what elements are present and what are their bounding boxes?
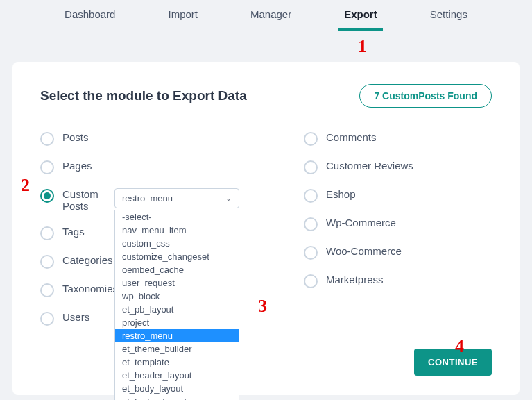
tab-manager[interactable]: Manager bbox=[245, 0, 297, 31]
radio-posts[interactable] bbox=[40, 132, 54, 146]
radio-pages-row[interactable]: Pages bbox=[40, 160, 262, 174]
radio-comments[interactable] bbox=[304, 132, 318, 146]
radio-marketpress[interactable] bbox=[304, 274, 318, 288]
radio-pages[interactable] bbox=[40, 160, 54, 174]
annotation-1: 1 bbox=[358, 36, 367, 57]
radio-custom-posts-row[interactable]: Custom Posts restro_menu ⌄ -select-nav_m… bbox=[40, 188, 262, 212]
tab-export[interactable]: Export bbox=[338, 0, 383, 31]
radio-tags[interactable] bbox=[40, 226, 54, 240]
custom-posts-select[interactable]: restro_menu ⌄ bbox=[114, 188, 239, 208]
radio-eshop-label: Eshop bbox=[326, 188, 356, 200]
radio-wp-commerce[interactable] bbox=[304, 217, 318, 231]
continue-button[interactable]: CONTINUE bbox=[414, 349, 492, 376]
dropdown-item[interactable]: et_template bbox=[115, 356, 239, 369]
radio-customer-reviews-label: Customer Reviews bbox=[326, 160, 413, 172]
module-columns: Posts Pages Custom Posts restro_menu ⌄ -… bbox=[40, 131, 492, 326]
select-value: restro_menu bbox=[122, 193, 173, 203]
radio-tags-label: Tags bbox=[62, 226, 85, 238]
page-title: Select the module to Export Data bbox=[40, 88, 247, 103]
dropdown-item[interactable]: oembed_cache bbox=[115, 263, 239, 276]
dropdown-item[interactable]: restro_menu bbox=[115, 329, 239, 342]
radio-users[interactable] bbox=[40, 312, 54, 326]
radio-posts-row[interactable]: Posts bbox=[40, 131, 262, 146]
tab-settings[interactable]: Settings bbox=[424, 0, 473, 31]
radio-taxonomies[interactable] bbox=[40, 283, 54, 297]
radio-users-label: Users bbox=[62, 311, 89, 323]
custom-posts-dropdown[interactable]: -select-nav_menu_itemcustom_csscustomize… bbox=[114, 210, 239, 400]
chevron-down-icon: ⌄ bbox=[225, 194, 232, 203]
custom-posts-l2: Posts bbox=[62, 200, 101, 212]
export-card: Select the module to Export Data 7 Custo… bbox=[12, 62, 520, 395]
dropdown-item[interactable]: wp_block bbox=[115, 290, 239, 303]
radio-wp-commerce-row[interactable]: Wp-Commerce bbox=[304, 217, 492, 231]
dropdown-item[interactable]: et_pb_layout bbox=[115, 303, 239, 316]
radio-posts-label: Posts bbox=[62, 131, 89, 143]
radio-custom-posts[interactable] bbox=[40, 189, 54, 203]
custom-posts-l1: Custom bbox=[62, 188, 101, 200]
right-column: Comments Customer Reviews Eshop Wp-Comme… bbox=[304, 131, 492, 326]
radio-customer-reviews[interactable] bbox=[304, 160, 318, 174]
dropdown-item[interactable]: custom_css bbox=[115, 237, 239, 250]
radio-categories-label: Categories bbox=[62, 254, 113, 266]
radio-woo-commerce-label: Woo-Commerce bbox=[326, 245, 402, 257]
radio-custom-posts-label: Custom Posts bbox=[62, 188, 101, 212]
radio-woo-commerce-row[interactable]: Woo-Commerce bbox=[304, 245, 492, 260]
dropdown-item[interactable]: et_body_layout bbox=[115, 382, 239, 395]
radio-eshop-row[interactable]: Eshop bbox=[304, 188, 492, 203]
radio-eshop[interactable] bbox=[304, 189, 318, 203]
radio-comments-row[interactable]: Comments bbox=[304, 131, 492, 146]
radio-pages-label: Pages bbox=[62, 160, 92, 172]
radio-marketpress-label: Marketpress bbox=[326, 274, 384, 285]
dropdown-item[interactable]: et_footer_layout bbox=[115, 395, 239, 400]
dropdown-item[interactable]: customize_changeset bbox=[115, 250, 239, 263]
radio-marketpress-row[interactable]: Marketpress bbox=[304, 274, 492, 288]
dropdown-item[interactable]: et_header_layout bbox=[115, 369, 239, 382]
found-badge: 7 CustomPosts Found bbox=[359, 84, 492, 108]
radio-categories[interactable] bbox=[40, 255, 54, 269]
radio-woo-commerce[interactable] bbox=[304, 246, 318, 260]
tab-dashboard[interactable]: Dashboard bbox=[59, 0, 121, 31]
tab-bar: Dashboard Import Manager Export Settings bbox=[0, 0, 532, 31]
custom-posts-select-wrap: restro_menu ⌄ -select-nav_menu_itemcusto… bbox=[114, 188, 239, 208]
dropdown-item[interactable]: project bbox=[115, 316, 239, 329]
left-column: Posts Pages Custom Posts restro_menu ⌄ -… bbox=[40, 131, 262, 326]
dropdown-item[interactable]: et_theme_builder bbox=[115, 342, 239, 356]
dropdown-item[interactable]: nav_menu_item bbox=[115, 224, 239, 237]
radio-wp-commerce-label: Wp-Commerce bbox=[326, 217, 396, 228]
dropdown-item[interactable]: user_request bbox=[115, 276, 239, 290]
card-header: Select the module to Export Data 7 Custo… bbox=[40, 84, 492, 108]
radio-customer-reviews-row[interactable]: Customer Reviews bbox=[304, 160, 492, 174]
radio-comments-label: Comments bbox=[326, 131, 377, 143]
radio-taxonomies-label: Taxonomies bbox=[62, 283, 118, 294]
tab-import[interactable]: Import bbox=[162, 0, 203, 31]
dropdown-item[interactable]: -select- bbox=[115, 210, 239, 224]
